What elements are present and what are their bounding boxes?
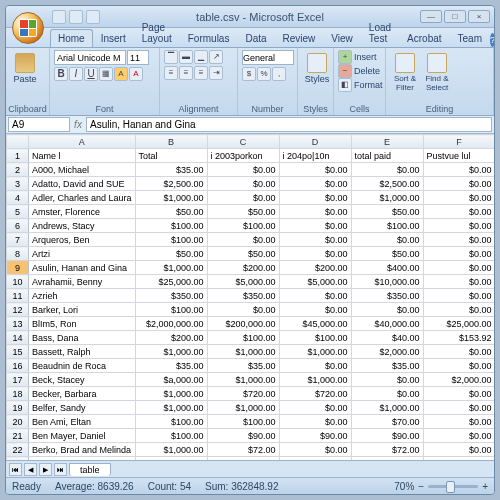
cell[interactable]: $2,000.00	[423, 373, 494, 387]
cell[interactable]: $350.00	[135, 289, 207, 303]
cell[interactable]: $2,000,000.00	[135, 317, 207, 331]
cell[interactable]: $0.00	[423, 261, 494, 275]
cell[interactable]: Belfer, Sandy	[29, 401, 136, 415]
font-name-input[interactable]	[54, 50, 126, 65]
row-header[interactable]: 3	[7, 177, 29, 191]
indent-button[interactable]: ⇥	[209, 66, 223, 80]
cell[interactable]: $50.00	[135, 247, 207, 261]
row-header[interactable]: 6	[7, 219, 29, 233]
tab-page-layout[interactable]: Page Layout	[134, 18, 180, 47]
cell[interactable]: $0.00	[423, 415, 494, 429]
cell[interactable]: $0.00	[207, 303, 279, 317]
zoom-out-button[interactable]: −	[418, 481, 424, 492]
cell[interactable]: $35.00	[135, 359, 207, 373]
maximize-button[interactable]: □	[444, 10, 466, 23]
cell[interactable]: $40,000.00	[351, 317, 423, 331]
cell[interactable]: $1,000.00	[135, 345, 207, 359]
orientation-button[interactable]: ↗	[209, 50, 223, 64]
cell[interactable]: $35.00	[135, 163, 207, 177]
cell[interactable]: Adatto, David and SUE	[29, 177, 136, 191]
cell[interactable]: $200,000.00	[207, 317, 279, 331]
fill-color-button[interactable]: A	[114, 67, 128, 81]
cell[interactable]: $2,500.00	[351, 177, 423, 191]
cell[interactable]: $100.00	[135, 219, 207, 233]
row-header[interactable]: 20	[7, 415, 29, 429]
cell[interactable]: Ben Mayer, Daniel	[29, 429, 136, 443]
cell[interactable]: $0.00	[423, 387, 494, 401]
row-header[interactable]: 8	[7, 247, 29, 261]
redo-icon[interactable]	[86, 10, 100, 24]
cell[interactable]: Ben Ami, Eltan	[29, 415, 136, 429]
cell[interactable]: Berko, Brad and Melinda	[29, 443, 136, 457]
cell[interactable]: $153.92	[423, 331, 494, 345]
underline-button[interactable]: U	[84, 67, 98, 81]
cell[interactable]: $2,000.00	[351, 457, 423, 461]
cell[interactable]: $350.00	[351, 289, 423, 303]
cell[interactable]: $0.00	[207, 191, 279, 205]
cell[interactable]: $25,000.00	[135, 275, 207, 289]
name-box[interactable]: A9	[8, 117, 70, 132]
cell[interactable]: Barker, Lori	[29, 303, 136, 317]
cell[interactable]: Beaudnin de Roca	[29, 359, 136, 373]
row-header[interactable]: 19	[7, 401, 29, 415]
row-header[interactable]: 15	[7, 345, 29, 359]
cell[interactable]: Pustvue lul	[423, 149, 494, 163]
cell[interactable]: $0.00	[279, 289, 351, 303]
cell[interactable]: i 204po|10n	[279, 149, 351, 163]
cell[interactable]: Becker, Barbara	[29, 387, 136, 401]
column-header[interactable]: A	[29, 135, 136, 149]
percent-button[interactable]: %	[257, 67, 271, 81]
cell[interactable]: $720.00	[279, 387, 351, 401]
cell[interactable]: $0.00	[279, 303, 351, 317]
cell[interactable]: $200.00	[207, 261, 279, 275]
cell[interactable]: Beck, Stacey	[29, 373, 136, 387]
cell[interactable]: $100.00	[135, 415, 207, 429]
cell[interactable]: $0.00	[423, 401, 494, 415]
column-header[interactable]: B	[135, 135, 207, 149]
styles-button[interactable]: Styles	[302, 50, 332, 87]
cell[interactable]: $72.00	[207, 443, 279, 457]
cell[interactable]: $0.00	[279, 233, 351, 247]
cell[interactable]: i 2003porkon	[207, 149, 279, 163]
font-color-button[interactable]: A	[129, 67, 143, 81]
cell[interactable]: $0.00	[279, 205, 351, 219]
cell[interactable]: $1,000.00	[135, 401, 207, 415]
cell[interactable]: $0.00	[279, 191, 351, 205]
cell[interactable]: $45,000.00	[279, 317, 351, 331]
tab-load-test[interactable]: Load Test	[361, 18, 399, 47]
zoom-in-button[interactable]: +	[482, 481, 488, 492]
row-header[interactable]: 1	[7, 149, 29, 163]
sort-filter-button[interactable]: Sort & Filter	[390, 50, 420, 95]
row-header[interactable]: 21	[7, 429, 29, 443]
row-header[interactable]: 14	[7, 331, 29, 345]
cell[interactable]: $35.00	[207, 359, 279, 373]
cell[interactable]: $0.00	[423, 177, 494, 191]
row-header[interactable]: 23	[7, 457, 29, 461]
cell[interactable]: $1,000.00	[279, 345, 351, 359]
tab-team[interactable]: Team	[450, 29, 490, 47]
sheet-nav-next[interactable]: ▶	[39, 463, 52, 476]
cell[interactable]: $0.00	[279, 359, 351, 373]
row-header[interactable]: 9	[7, 261, 29, 275]
cell[interactable]: total paid	[351, 149, 423, 163]
cell[interactable]: $25,000.00	[423, 317, 494, 331]
cell[interactable]: Name l	[29, 149, 136, 163]
cell[interactable]: $0.00	[423, 191, 494, 205]
cell[interactable]: $0.00	[423, 429, 494, 443]
cell[interactable]: $0.00	[279, 163, 351, 177]
row-header[interactable]: 16	[7, 359, 29, 373]
tab-acrobat[interactable]: Acrobat	[399, 29, 449, 47]
tab-home[interactable]: Home	[50, 29, 93, 47]
column-header[interactable]: C	[207, 135, 279, 149]
zoom-slider[interactable]	[428, 485, 478, 488]
cell[interactable]: $1,000.00	[207, 373, 279, 387]
cell[interactable]: $200.00	[135, 331, 207, 345]
tab-insert[interactable]: Insert	[93, 29, 134, 47]
align-bot-button[interactable]: ▁	[194, 50, 208, 64]
cell[interactable]: $200.00	[279, 261, 351, 275]
cell[interactable]: $90.00	[207, 429, 279, 443]
align-mid-button[interactable]: ▬	[179, 50, 193, 64]
cell[interactable]: Bassett, Ralph	[29, 345, 136, 359]
cell[interactable]: $35.00	[351, 359, 423, 373]
office-button[interactable]	[12, 12, 44, 44]
